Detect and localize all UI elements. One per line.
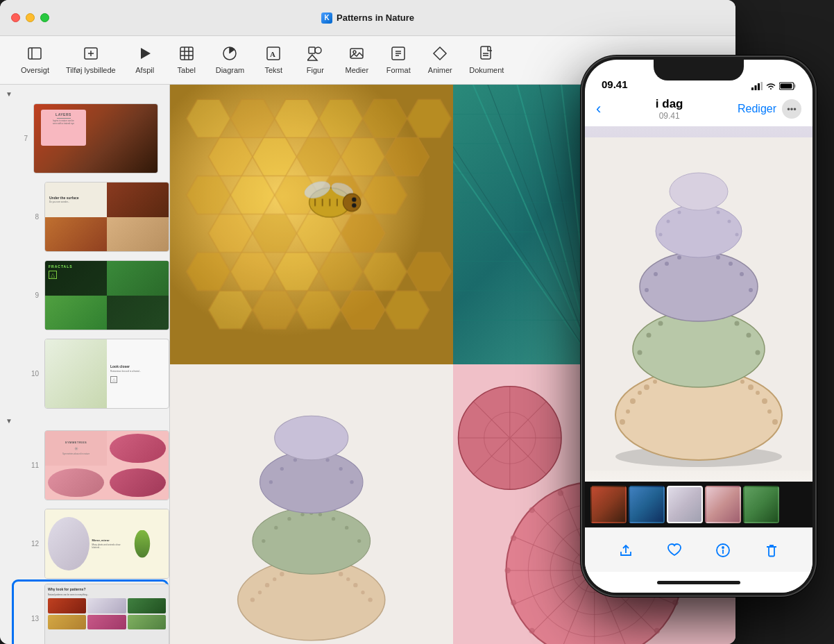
thumb-strip-green[interactable]	[743, 486, 779, 523]
svg-point-193	[762, 398, 767, 404]
diamond-icon	[432, 46, 448, 63]
toolbar-tilfoej[interactable]: Tilføj lysbillede	[59, 42, 123, 78]
svg-point-197	[653, 380, 657, 384]
svg-point-114	[262, 539, 265, 543]
edit-button[interactable]: Rediger	[738, 103, 776, 115]
slide-item-9[interactable]: 9 FRACTALS △	[14, 258, 167, 332]
play-icon	[137, 46, 153, 63]
svg-rect-174	[751, 87, 754, 90]
svg-point-157	[654, 628, 659, 634]
iphone-thumbnail-strip	[585, 482, 812, 527]
svg-rect-24	[481, 46, 491, 59]
shapes-icon	[307, 46, 323, 63]
maximize-button[interactable]	[40, 13, 49, 22]
slide-number-7: 7	[17, 135, 28, 142]
svg-point-239	[717, 211, 720, 214]
toolbar-tabel[interactable]: Tabel	[167, 42, 206, 78]
svg-marker-5	[141, 48, 151, 59]
home-indicator	[585, 572, 812, 593]
toolbar-animer[interactable]: Animer	[420, 42, 459, 78]
slide-group-header-11[interactable]: ▼	[0, 414, 169, 427]
svg-point-203	[756, 391, 760, 395]
svg-point-127	[293, 458, 297, 461]
slide-group-11: ▼ 11 SYMMETRIES ✳ Symmetries abound in n…	[0, 412, 169, 506]
svg-point-234	[667, 220, 670, 223]
thumb-strip-urchin[interactable]	[667, 486, 703, 523]
slide-thumb-8: Under the surface Do you ever wonder...	[44, 182, 169, 252]
thumb-strip-leaf[interactable]	[705, 486, 741, 523]
iphone-notch	[654, 60, 744, 80]
svg-point-248	[722, 547, 724, 548]
slide-item-8[interactable]: 8 Under the surface Do you ever wonder..…	[14, 180, 167, 254]
chevron-down-icon: ▼	[6, 90, 12, 98]
nav-time-sub: 09.41	[656, 111, 683, 121]
svg-point-99	[280, 572, 284, 576]
toolbar-oversigt[interactable]: Oversigt	[14, 42, 56, 78]
info-button[interactable]	[708, 535, 738, 566]
svg-point-16	[315, 47, 321, 53]
share-button[interactable]	[611, 535, 641, 566]
svg-rect-0	[28, 48, 41, 59]
svg-point-69	[352, 203, 356, 207]
svg-point-98	[265, 583, 269, 587]
wifi-icon	[765, 82, 776, 90]
delete-button[interactable]	[756, 535, 787, 566]
toolbar-format[interactable]: Format	[379, 42, 418, 78]
plus-square-icon	[83, 46, 99, 63]
svg-point-222	[665, 262, 669, 266]
svg-point-202	[740, 380, 744, 384]
grid-icon	[179, 46, 194, 63]
slide-number-12: 12	[28, 540, 39, 548]
svg-point-110	[346, 577, 350, 581]
thumb-strip-lake[interactable]	[629, 486, 665, 523]
canvas-cell-urchin-stack	[170, 364, 453, 644]
slide-item-13[interactable]: 13 Why look for patterns? Natural patter…	[14, 582, 167, 644]
nav-center: i dag 09.41	[656, 97, 683, 121]
heart-button[interactable]	[659, 535, 690, 566]
svg-point-125	[269, 480, 273, 484]
svg-point-107	[273, 577, 276, 581]
more-button[interactable]: •••	[782, 99, 801, 119]
slide-thumb-7: LAYERS layers in nature can beseen with …	[33, 103, 158, 173]
svg-point-104	[353, 583, 357, 587]
slide-number-10: 10	[28, 370, 39, 378]
slide-group-header-7[interactable]: ▼	[0, 87, 169, 101]
svg-point-165	[529, 507, 534, 513]
minimize-button[interactable]	[26, 13, 35, 22]
toolbar-tekst[interactable]: A Tekst	[254, 42, 293, 78]
status-icons	[751, 82, 796, 92]
slide-thumb-13: Why look for patterns? Natural patterns …	[44, 584, 169, 644]
svg-point-184	[620, 419, 625, 425]
svg-point-116	[287, 517, 291, 520]
slide-item-7[interactable]: 7 LAYERS layers in nature can beseen wit…	[3, 101, 167, 176]
svg-point-220	[645, 288, 649, 292]
svg-point-131	[325, 458, 329, 461]
toolbar-afspil[interactable]: Afspil	[126, 42, 164, 78]
svg-point-195	[626, 409, 630, 414]
thumb-strip-canyon[interactable]	[590, 486, 627, 523]
svg-rect-175	[755, 85, 757, 90]
svg-point-106	[258, 591, 262, 594]
back-button[interactable]: ‹	[596, 100, 601, 118]
slide-item-11[interactable]: 11 SYMMETRIES ✳ Symmetries abound in nat…	[14, 428, 167, 502]
svg-point-241	[735, 233, 739, 237]
toolbar-medier[interactable]: Medier	[337, 42, 376, 78]
toolbar-figur[interactable]: Figur	[296, 42, 334, 78]
svg-point-121	[345, 526, 348, 529]
svg-point-161	[529, 628, 534, 634]
photo-icon	[349, 46, 364, 63]
toolbar-diagram[interactable]: Diagram	[209, 42, 252, 78]
iphone-toolbar	[585, 527, 812, 572]
close-button[interactable]	[11, 13, 20, 22]
svg-point-103	[339, 572, 343, 576]
toolbar-dokument[interactable]: Dokument	[462, 42, 511, 78]
slide-item-12[interactable]: 12 Mirror, mirror Many plants and animal…	[14, 507, 167, 581]
svg-point-117	[300, 513, 304, 516]
svg-point-221	[654, 272, 658, 276]
svg-point-196	[638, 391, 642, 395]
svg-point-97	[250, 598, 255, 602]
slide-number-11: 11	[28, 461, 39, 469]
svg-point-163	[504, 568, 510, 573]
slide-item-10[interactable]: 10 Look closer Romanesco broccoli is a f…	[14, 337, 167, 411]
slide-number-13: 13	[28, 615, 39, 622]
